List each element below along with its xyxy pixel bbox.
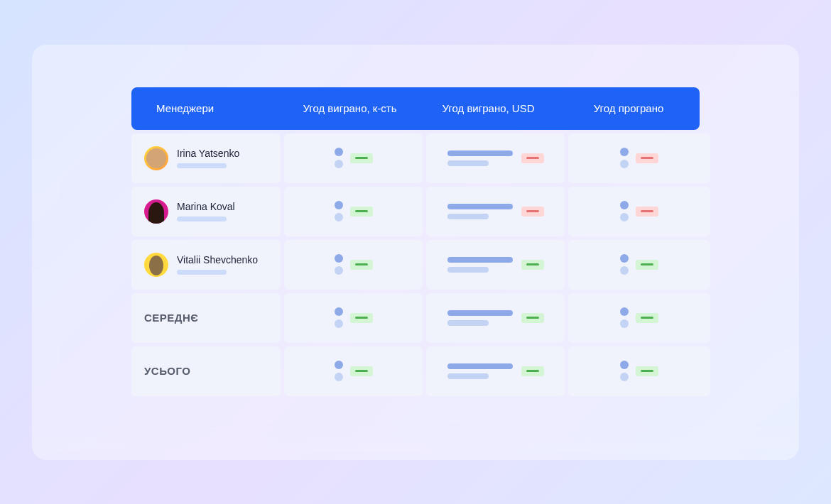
deals-won-count-cell [284, 187, 423, 236]
status-badge-green [350, 153, 373, 163]
summary-label-cell: СЕРЕДНЄ [131, 293, 281, 343]
deals-lost-cell [568, 240, 710, 290]
table-row: Vitalii Shevchenko [131, 240, 700, 290]
bar-icon [447, 150, 513, 156]
bar-icon [447, 373, 489, 379]
manager-subtitle-placeholder [177, 163, 227, 168]
manager-info: Vitalii Shevchenko [177, 254, 258, 275]
summary-row-total: УСЬОГО [131, 346, 700, 396]
header-deals-lost: Угод програно [558, 102, 700, 114]
table-body: Irina Yatsenko [131, 133, 700, 396]
status-badge-green [350, 207, 373, 217]
bar-icon [447, 310, 513, 316]
status-badge-green [350, 313, 373, 323]
metric-group [620, 148, 658, 168]
deals-won-count-cell [284, 293, 423, 343]
deals-lost-cell [568, 293, 710, 343]
metric-bars [447, 363, 513, 379]
table-header-row: Менеджери Угод виграно, к-сть Угод вигра… [131, 87, 700, 130]
average-label: СЕРЕДНЄ [144, 312, 199, 324]
status-badge-green [636, 366, 658, 376]
metric-dots [335, 254, 343, 275]
metric-dots [620, 361, 629, 381]
manager-cell[interactable]: Marina Koval [131, 187, 281, 236]
dot-icon [620, 307, 629, 316]
manager-info: Irina Yatsenko [177, 148, 239, 168]
metric-bars [447, 310, 513, 326]
bar-icon [447, 204, 513, 209]
metric-group [620, 307, 658, 328]
bar-icon [447, 320, 489, 326]
dot-icon [335, 254, 343, 263]
deals-lost-cell [568, 133, 710, 183]
deals-won-usd-cell [426, 133, 565, 183]
manager-name: Irina Yatsenko [177, 148, 239, 159]
avatar [144, 146, 168, 170]
dot-icon [335, 266, 343, 275]
bar-icon [447, 214, 489, 219]
metric-group [620, 201, 658, 221]
metric-bars [447, 150, 513, 166]
dot-icon [335, 307, 343, 316]
metric-group [335, 361, 373, 381]
dot-icon [620, 160, 629, 168]
deals-won-count-cell [284, 240, 423, 290]
metric-dots [335, 148, 343, 168]
dot-icon [620, 266, 629, 275]
manager-cell[interactable]: Vitalii Shevchenko [131, 240, 281, 290]
total-label: УСЬОГО [144, 365, 190, 377]
manager-subtitle-placeholder [177, 217, 227, 221]
metric-group [620, 361, 658, 381]
bar-icon [447, 160, 489, 166]
dot-icon [335, 160, 343, 168]
metric-dots [620, 307, 629, 328]
bar-icon [447, 267, 489, 273]
dot-icon [620, 254, 629, 263]
dot-icon [620, 213, 629, 221]
metric-dots [620, 201, 629, 221]
dot-icon [335, 361, 343, 369]
deals-won-usd-cell [426, 293, 565, 343]
dot-icon [620, 201, 629, 209]
deals-lost-cell [568, 346, 710, 396]
status-badge-green [636, 260, 658, 270]
manager-cell[interactable]: Irina Yatsenko [131, 133, 281, 183]
status-badge-green [350, 366, 373, 376]
dot-icon [335, 373, 343, 381]
status-badge-red [521, 207, 544, 217]
deals-won-usd-cell [426, 240, 565, 290]
status-badge-red [636, 207, 658, 217]
status-badge-green [521, 313, 544, 323]
managers-table: Менеджери Угод виграно, к-сть Угод вигра… [131, 87, 700, 396]
metric-dots [335, 361, 343, 381]
status-badge-red [521, 153, 544, 163]
manager-subtitle-placeholder [177, 270, 227, 275]
metric-group [335, 307, 373, 328]
metric-group [335, 148, 373, 168]
metric-bars [447, 204, 513, 219]
deals-lost-cell [568, 187, 710, 236]
table-row: Irina Yatsenko [131, 133, 700, 183]
metric-group [447, 150, 544, 166]
summary-row-average: СЕРЕДНЄ [131, 293, 700, 343]
table-row: Marina Koval [131, 187, 700, 236]
metric-group [447, 310, 544, 326]
metric-dots [335, 201, 343, 221]
dot-icon [620, 319, 629, 328]
metric-group [620, 254, 658, 275]
metric-dots [335, 307, 343, 328]
dot-icon [335, 213, 343, 221]
manager-name: Vitalii Shevchenko [177, 254, 258, 265]
deals-won-count-cell [284, 133, 423, 183]
metric-group [447, 257, 544, 273]
metric-dots [620, 254, 629, 275]
metric-bars [447, 257, 513, 273]
bar-icon [447, 363, 513, 369]
status-badge-green [521, 260, 544, 270]
avatar [144, 253, 168, 277]
dot-icon [620, 361, 629, 369]
dot-icon [620, 373, 629, 381]
status-badge-green [521, 366, 544, 376]
deals-won-usd-cell [426, 346, 565, 396]
main-card: Менеджери Угод виграно, к-сть Угод вигра… [32, 45, 799, 460]
